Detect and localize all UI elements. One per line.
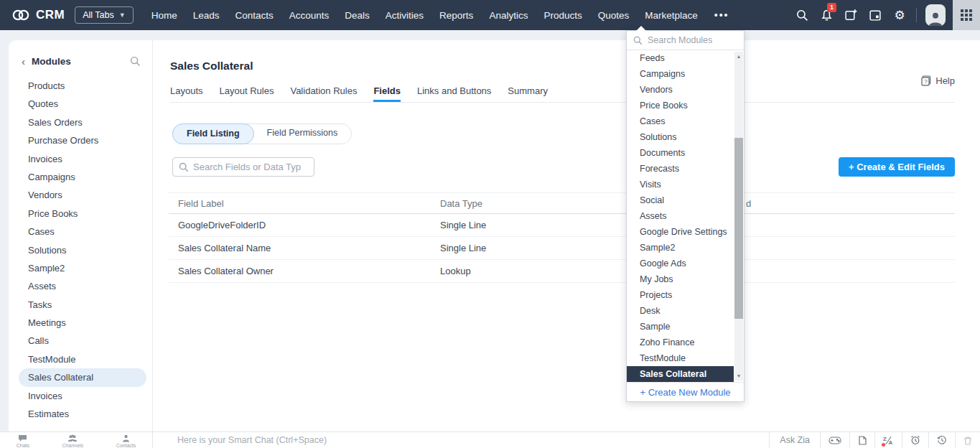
sidebar-item-solutions[interactable]: Solutions <box>9 241 152 259</box>
dropdown-item-sample2[interactable]: Sample2 <box>627 240 734 256</box>
sidebar-item-assets[interactable]: Assets <box>9 277 152 295</box>
nav-item-quotes[interactable]: Quotes <box>590 10 638 21</box>
sidebar-search-icon[interactable] <box>130 56 141 67</box>
dropdown-item-visits[interactable]: Visits <box>627 177 734 192</box>
sidebar-item-purchase-orders[interactable]: Purchase Orders <box>9 131 152 149</box>
dropdown-item-solutions[interactable]: Solutions <box>627 129 734 145</box>
sidebar-item-quotes[interactable]: Quotes <box>9 95 152 113</box>
dropdown-item-feeds[interactable]: Feeds <box>627 50 734 66</box>
sidebar-item-products[interactable]: Products <box>9 77 152 95</box>
dropdown-item-forecasts[interactable]: Forecasts <box>627 161 734 177</box>
nav-item-deals[interactable]: Deals <box>337 10 378 21</box>
dropdown-item-price-books[interactable]: Price Books <box>627 98 734 113</box>
clipboard-icon[interactable] <box>849 432 874 448</box>
dropdown-item-testmodule[interactable]: TestModule <box>627 350 734 366</box>
sidebar-item-cases[interactable]: Cases <box>9 223 152 241</box>
back-chevron-icon[interactable]: ‹ <box>22 56 25 67</box>
tab-layout-rules[interactable]: Layout Rules <box>220 85 274 102</box>
dropdown-item-zoho-finance[interactable]: Zoho Finance <box>627 335 734 350</box>
nav-item-marketplace[interactable]: Marketplace <box>637 10 706 21</box>
table-row[interactable]: Sales Collateral Name Single Line <box>169 237 955 260</box>
nav-item-activities[interactable]: Activities <box>378 10 431 21</box>
chats-tool[interactable]: Chats <box>17 433 29 448</box>
translate-icon[interactable]: Z A <box>874 432 902 448</box>
sidebar-item-invoices[interactable]: Invoices <box>9 150 152 168</box>
sidebar-item-sample2[interactable]: Sample2 <box>9 259 152 277</box>
tab-summary[interactable]: Summary <box>508 85 548 102</box>
dropdown-item-sample[interactable]: Sample <box>627 319 734 335</box>
scroll-down-arrow-icon[interactable]: ▼ <box>734 373 743 378</box>
sidebar-item-campaigns[interactable]: Campaigns <box>9 168 152 186</box>
dropdown-item-cases[interactable]: Cases <box>627 113 734 129</box>
nav-item-home[interactable]: Home <box>144 10 185 21</box>
create-edit-fields-button[interactable]: + Create & Edit Fields <box>839 157 955 177</box>
sidebar-item-sales-collateral[interactable]: Sales Collateral <box>19 368 146 386</box>
sidebar-item-vendors[interactable]: Vendors <box>9 186 152 204</box>
nav-more-ellipsis[interactable]: ••• <box>706 9 738 21</box>
table-row[interactable]: GoogleDriveFolderID Single Line <box>169 214 955 237</box>
sidebar-item-tasks[interactable]: Tasks <box>9 296 152 314</box>
dropdown-item-desk[interactable]: Desk <box>627 303 734 319</box>
dropdown-item-campaigns[interactable]: Campaigns <box>627 66 734 82</box>
fields-search-input[interactable] <box>193 162 301 172</box>
dropdown-item-google-ads[interactable]: Google Ads <box>627 256 734 271</box>
nav-item-analytics[interactable]: Analytics <box>481 10 536 21</box>
table-row[interactable]: Sales Collateral Owner Lookup <box>169 260 955 283</box>
tab-fields[interactable]: Fields <box>373 85 401 102</box>
tab-links-and-buttons[interactable]: Links and Buttons <box>417 85 491 102</box>
sidebar-item-testmodule[interactable]: TestModule <box>9 350 152 368</box>
history-icon[interactable] <box>928 432 955 448</box>
nav-item-leads[interactable]: Leads <box>185 10 228 21</box>
smart-chat-hint[interactable]: Here is your Smart Chat (Ctrl+Space) <box>153 435 327 445</box>
dropdown-item-vendors[interactable]: Vendors <box>627 82 734 98</box>
apps-grid-icon[interactable] <box>953 0 980 30</box>
sidebar-item-price-books[interactable]: Price Books <box>9 205 152 223</box>
segment-field-listing[interactable]: Field Listing <box>172 123 254 144</box>
fields-search-box <box>172 157 314 177</box>
scrollbar-thumb[interactable] <box>734 138 743 319</box>
calendar-icon[interactable] <box>863 0 887 30</box>
people-group-icon <box>67 434 78 442</box>
dropdown-scrollbar[interactable]: ▲ ▼ <box>734 52 743 381</box>
nav-item-contacts[interactable]: Contacts <box>228 10 281 21</box>
scroll-up-arrow-icon[interactable]: ▲ <box>734 54 743 59</box>
sidebar-item-sales-orders[interactable]: Sales Orders <box>9 113 152 131</box>
dropdown-item-documents[interactable]: Documents <box>627 145 734 161</box>
crm-logo-text: CRM <box>36 8 65 22</box>
game-controller-icon[interactable] <box>820 432 849 448</box>
user-avatar[interactable] <box>925 4 946 26</box>
sidebar-item-meetings[interactable]: Meetings <box>9 314 152 332</box>
tab-validation-rules[interactable]: Validation Rules <box>290 85 357 102</box>
search-icon[interactable] <box>790 0 814 30</box>
create-new-module-link[interactable]: + Create New Module <box>627 382 744 401</box>
nav-item-accounts[interactable]: Accounts <box>281 10 337 21</box>
dropdown-item-my-jobs[interactable]: My Jobs <box>627 271 734 287</box>
dropdown-item-social[interactable]: Social <box>627 192 734 208</box>
trash-icon[interactable] <box>955 432 980 448</box>
segment-field-permissions[interactable]: Field Permissions <box>253 123 352 144</box>
nav-item-reports[interactable]: Reports <box>431 10 481 21</box>
channels-label: Channels <box>62 443 84 448</box>
contacts-tool[interactable]: Contacts <box>116 433 136 448</box>
help-link[interactable]: ? Help <box>921 75 955 86</box>
channels-tool[interactable]: Channels <box>62 433 84 448</box>
modules-search-input[interactable] <box>648 35 734 45</box>
settings-gear-icon[interactable]: ⚙ <box>887 0 912 30</box>
compose-note-icon[interactable] <box>839 0 863 30</box>
ask-zia-button[interactable]: Ask Zia <box>769 432 820 448</box>
fields-table: Field Label Data Type GoogleDriveFolderI… <box>169 192 955 283</box>
nav-item-products[interactable]: Products <box>536 10 589 21</box>
zoho-crm-logo[interactable]: CRM <box>0 8 75 22</box>
sidebar-item-estimates[interactable]: Estimates <box>9 405 152 423</box>
tab-layouts[interactable]: Layouts <box>170 85 203 102</box>
notifications-bell-icon[interactable]: 1 <box>814 0 839 30</box>
dropdown-item-projects[interactable]: Projects <box>627 287 734 303</box>
sidebar-item-invoices-2[interactable]: Invoices <box>9 387 152 405</box>
field-label-cell: Sales Collateral Name <box>169 243 440 253</box>
dropdown-item-sales-collateral[interactable]: Sales Collateral <box>627 366 734 382</box>
dropdown-item-google-drive-settings[interactable]: Google Drive Settings <box>627 224 734 240</box>
all-tabs-dropdown[interactable]: All Tabs ▼ <box>75 6 133 24</box>
alarm-clock-icon[interactable] <box>902 432 928 448</box>
dropdown-item-assets[interactable]: Assets <box>627 208 734 224</box>
sidebar-item-calls[interactable]: Calls <box>9 332 152 350</box>
